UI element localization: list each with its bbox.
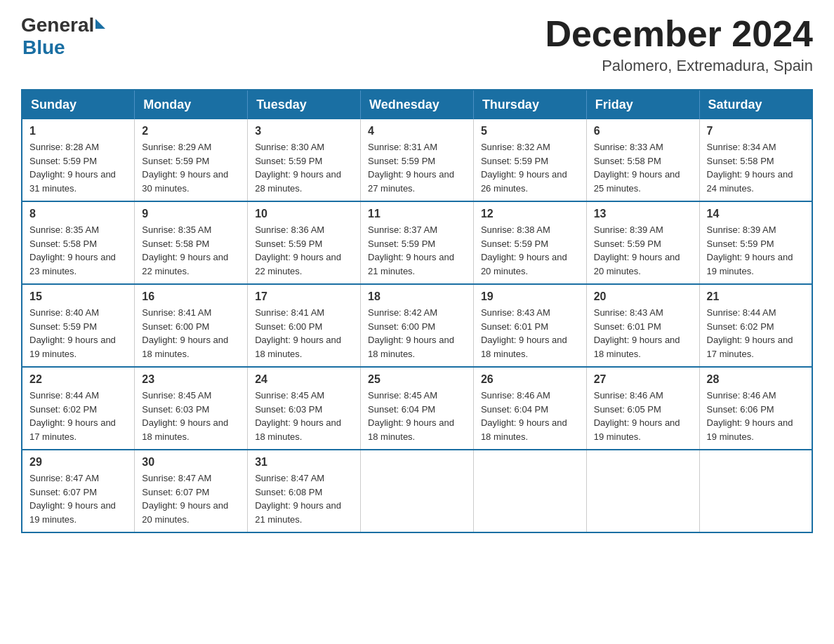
calendar-cell: 17 Sunrise: 8:41 AM Sunset: 6:00 PM Dayl… (248, 284, 361, 367)
day-number: 12 (481, 208, 579, 220)
calendar-cell: 10 Sunrise: 8:36 AM Sunset: 5:59 PM Dayl… (248, 201, 361, 284)
day-info: Sunrise: 8:46 AM Sunset: 6:06 PM Dayligh… (707, 389, 805, 443)
day-info: Sunrise: 8:35 AM Sunset: 5:58 PM Dayligh… (142, 223, 240, 278)
calendar-week-row: 22 Sunrise: 8:44 AM Sunset: 6:02 PM Dayl… (22, 367, 812, 450)
day-info: Sunrise: 8:32 AM Sunset: 5:59 PM Dayligh… (481, 140, 579, 195)
calendar-table: SundayMondayTuesdayWednesdayThursdayFrid… (21, 89, 813, 533)
calendar-header-monday: Monday (135, 90, 248, 119)
day-number: 29 (29, 456, 127, 469)
day-number: 10 (255, 208, 353, 220)
logo-blue-text: Blue (22, 36, 105, 59)
day-info: Sunrise: 8:43 AM Sunset: 6:01 PM Dayligh… (481, 306, 579, 361)
calendar-week-row: 8 Sunrise: 8:35 AM Sunset: 5:58 PM Dayli… (22, 201, 812, 284)
calendar-header-tuesday: Tuesday (248, 90, 361, 119)
day-number: 6 (594, 125, 692, 137)
day-info: Sunrise: 8:34 AM Sunset: 5:58 PM Dayligh… (707, 140, 805, 195)
day-number: 11 (368, 208, 466, 220)
calendar-cell: 15 Sunrise: 8:40 AM Sunset: 5:59 PM Dayl… (22, 284, 135, 367)
day-info: Sunrise: 8:45 AM Sunset: 6:03 PM Dayligh… (255, 389, 353, 443)
day-info: Sunrise: 8:42 AM Sunset: 6:00 PM Dayligh… (368, 306, 466, 361)
calendar-header-wednesday: Wednesday (361, 90, 474, 119)
calendar-cell: 5 Sunrise: 8:32 AM Sunset: 5:59 PM Dayli… (473, 119, 586, 201)
calendar-cell: 25 Sunrise: 8:45 AM Sunset: 6:04 PM Dayl… (361, 367, 474, 450)
day-number: 20 (594, 290, 692, 303)
title-section: December 2024 Palomero, Extremadura, Spa… (545, 14, 813, 75)
calendar-cell (361, 450, 474, 532)
calendar-cell: 29 Sunrise: 8:47 AM Sunset: 6:07 PM Dayl… (22, 450, 135, 532)
day-info: Sunrise: 8:30 AM Sunset: 5:59 PM Dayligh… (255, 140, 353, 195)
calendar-cell: 21 Sunrise: 8:44 AM Sunset: 6:02 PM Dayl… (699, 284, 812, 367)
day-number: 7 (707, 125, 805, 137)
logo: General Blue (21, 14, 105, 59)
calendar-header-row: SundayMondayTuesdayWednesdayThursdayFrid… (22, 90, 812, 119)
day-number: 18 (368, 290, 466, 303)
day-info: Sunrise: 8:45 AM Sunset: 6:04 PM Dayligh… (368, 389, 466, 443)
month-title: December 2024 (545, 14, 813, 54)
day-number: 15 (29, 290, 127, 303)
calendar-cell (473, 450, 586, 532)
day-number: 23 (142, 373, 240, 386)
day-info: Sunrise: 8:47 AM Sunset: 6:08 PM Dayligh… (255, 471, 353, 526)
calendar-header-thursday: Thursday (473, 90, 586, 119)
day-number: 30 (142, 456, 240, 469)
day-info: Sunrise: 8:46 AM Sunset: 6:04 PM Dayligh… (481, 389, 579, 443)
calendar-week-row: 1 Sunrise: 8:28 AM Sunset: 5:59 PM Dayli… (22, 119, 812, 201)
day-number: 9 (142, 208, 240, 220)
page-header: General Blue December 2024 Palomero, Ext… (21, 14, 813, 75)
day-info: Sunrise: 8:35 AM Sunset: 5:58 PM Dayligh… (29, 223, 127, 278)
logo-arrow-icon (95, 19, 105, 29)
day-number: 19 (481, 290, 579, 303)
day-info: Sunrise: 8:44 AM Sunset: 6:02 PM Dayligh… (707, 306, 805, 361)
calendar-cell (586, 450, 699, 532)
day-info: Sunrise: 8:45 AM Sunset: 6:03 PM Dayligh… (142, 389, 240, 443)
day-info: Sunrise: 8:44 AM Sunset: 6:02 PM Dayligh… (29, 389, 127, 443)
calendar-cell: 6 Sunrise: 8:33 AM Sunset: 5:58 PM Dayli… (586, 119, 699, 201)
calendar-cell: 19 Sunrise: 8:43 AM Sunset: 6:01 PM Dayl… (473, 284, 586, 367)
calendar-cell: 3 Sunrise: 8:30 AM Sunset: 5:59 PM Dayli… (248, 119, 361, 201)
calendar-week-row: 29 Sunrise: 8:47 AM Sunset: 6:07 PM Dayl… (22, 450, 812, 532)
day-info: Sunrise: 8:47 AM Sunset: 6:07 PM Dayligh… (29, 471, 127, 526)
calendar-week-row: 15 Sunrise: 8:40 AM Sunset: 5:59 PM Dayl… (22, 284, 812, 367)
day-info: Sunrise: 8:28 AM Sunset: 5:59 PM Dayligh… (29, 140, 127, 195)
calendar-cell: 8 Sunrise: 8:35 AM Sunset: 5:58 PM Dayli… (22, 201, 135, 284)
day-info: Sunrise: 8:43 AM Sunset: 6:01 PM Dayligh… (594, 306, 692, 361)
day-info: Sunrise: 8:46 AM Sunset: 6:05 PM Dayligh… (594, 389, 692, 443)
day-info: Sunrise: 8:47 AM Sunset: 6:07 PM Dayligh… (142, 471, 240, 526)
calendar-cell: 28 Sunrise: 8:46 AM Sunset: 6:06 PM Dayl… (699, 367, 812, 450)
calendar-cell: 11 Sunrise: 8:37 AM Sunset: 5:59 PM Dayl… (361, 201, 474, 284)
calendar-cell: 13 Sunrise: 8:39 AM Sunset: 5:59 PM Dayl… (586, 201, 699, 284)
day-number: 26 (481, 373, 579, 386)
calendar-cell (699, 450, 812, 532)
calendar-cell: 14 Sunrise: 8:39 AM Sunset: 5:59 PM Dayl… (699, 201, 812, 284)
calendar-cell: 4 Sunrise: 8:31 AM Sunset: 5:59 PM Dayli… (361, 119, 474, 201)
calendar-cell: 9 Sunrise: 8:35 AM Sunset: 5:58 PM Dayli… (135, 201, 248, 284)
day-number: 27 (594, 373, 692, 386)
calendar-cell: 20 Sunrise: 8:43 AM Sunset: 6:01 PM Dayl… (586, 284, 699, 367)
day-number: 16 (142, 290, 240, 303)
day-info: Sunrise: 8:41 AM Sunset: 6:00 PM Dayligh… (142, 306, 240, 361)
day-info: Sunrise: 8:31 AM Sunset: 5:59 PM Dayligh… (368, 140, 466, 195)
day-number: 1 (29, 125, 127, 137)
day-number: 4 (368, 125, 466, 137)
day-number: 14 (707, 208, 805, 220)
calendar-cell: 23 Sunrise: 8:45 AM Sunset: 6:03 PM Dayl… (135, 367, 248, 450)
calendar-cell: 16 Sunrise: 8:41 AM Sunset: 6:00 PM Dayl… (135, 284, 248, 367)
calendar-cell: 22 Sunrise: 8:44 AM Sunset: 6:02 PM Dayl… (22, 367, 135, 450)
day-number: 21 (707, 290, 805, 303)
calendar-cell: 26 Sunrise: 8:46 AM Sunset: 6:04 PM Dayl… (473, 367, 586, 450)
day-info: Sunrise: 8:41 AM Sunset: 6:00 PM Dayligh… (255, 306, 353, 361)
day-number: 5 (481, 125, 579, 137)
calendar-cell: 30 Sunrise: 8:47 AM Sunset: 6:07 PM Dayl… (135, 450, 248, 532)
day-info: Sunrise: 8:39 AM Sunset: 5:59 PM Dayligh… (707, 223, 805, 278)
calendar-cell: 31 Sunrise: 8:47 AM Sunset: 6:08 PM Dayl… (248, 450, 361, 532)
calendar-header-sunday: Sunday (22, 90, 135, 119)
day-number: 24 (255, 373, 353, 386)
calendar-header-friday: Friday (586, 90, 699, 119)
day-number: 31 (255, 456, 353, 469)
day-number: 22 (29, 373, 127, 386)
day-number: 25 (368, 373, 466, 386)
day-number: 3 (255, 125, 353, 137)
day-info: Sunrise: 8:40 AM Sunset: 5:59 PM Dayligh… (29, 306, 127, 361)
calendar-cell: 27 Sunrise: 8:46 AM Sunset: 6:05 PM Dayl… (586, 367, 699, 450)
day-info: Sunrise: 8:36 AM Sunset: 5:59 PM Dayligh… (255, 223, 353, 278)
